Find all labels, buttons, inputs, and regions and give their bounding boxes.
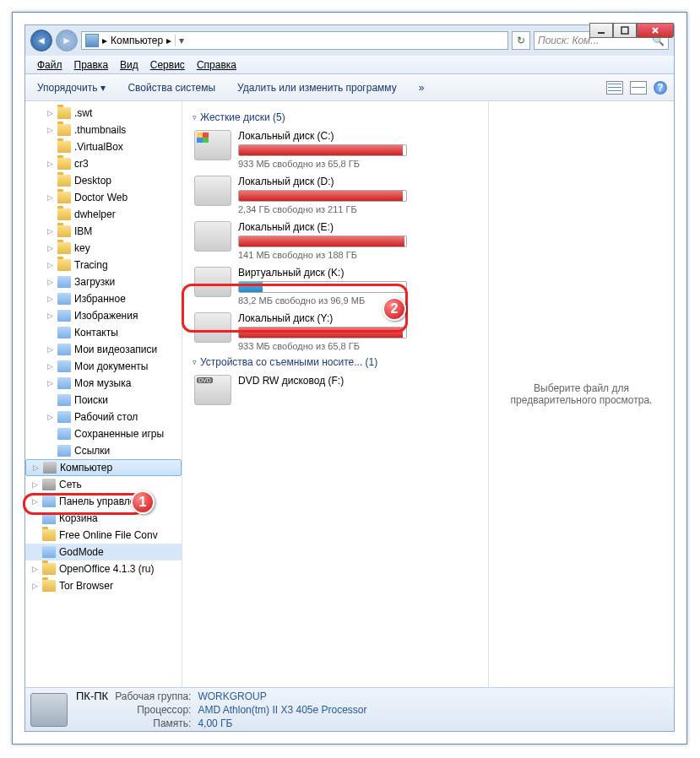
tree-label: Моя музыка — [74, 377, 131, 389]
tree-item-tracing[interactable]: ▷Tracing — [25, 257, 182, 273]
address-dropdown-icon[interactable]: ▾ — [175, 35, 187, 46]
tree-item-key[interactable]: ▷key — [25, 240, 182, 257]
tree-item-изображения[interactable]: ▷Изображения — [25, 307, 182, 324]
tree-item-панель-управления[interactable]: ▷Панель управления — [25, 493, 182, 510]
tree-label: .swt — [74, 107, 92, 119]
folder-icon — [57, 259, 71, 271]
menu-help[interactable]: Справка — [192, 57, 241, 73]
expand-icon[interactable]: ▷ — [47, 109, 56, 117]
expand-icon[interactable]: ▷ — [32, 582, 41, 590]
tree-item--virtualbox[interactable]: .VirtualBox — [25, 138, 182, 155]
content-pane[interactable]: ▿Жесткие диски (5) Локальный диск (C:)93… — [182, 101, 488, 687]
expand-icon[interactable]: ▷ — [47, 362, 56, 371]
expand-icon[interactable]: ▷ — [47, 278, 56, 286]
uninstall-button[interactable]: Удалить или изменить программу — [232, 79, 402, 96]
expand-icon[interactable]: ▷ — [47, 244, 56, 252]
minimize-button[interactable] — [589, 23, 613, 38]
drive-usage-bar — [238, 236, 407, 247]
expand-icon[interactable]: ▷ — [32, 497, 41, 506]
menu-edit[interactable]: Правка — [69, 57, 114, 73]
group-hard-disks[interactable]: ▿Жесткие диски (5) — [193, 111, 478, 123]
expand-icon[interactable]: ▷ — [47, 261, 56, 269]
organize-button[interactable]: Упорядочить ▾ — [32, 79, 111, 96]
drive-free-text: 83,2 МБ свободно из 96,9 МБ — [238, 295, 407, 306]
computer-name: ПК-ПК — [76, 690, 108, 702]
expand-icon[interactable]: ▷ — [47, 379, 56, 387]
drive-локальный-диск-d-[interactable]: Локальный диск (D:)2,34 ГБ свободно из 2… — [193, 174, 478, 216]
tree-item-сохраненные-игры[interactable]: Сохраненные игры — [25, 425, 182, 442]
drive-локальный-диск-y-[interactable]: Локальный диск (Y:)933 МБ свободно из 65… — [193, 311, 478, 353]
menu-view[interactable]: Вид — [115, 57, 144, 73]
tree-item-загрузки[interactable]: ▷Загрузки — [25, 273, 182, 290]
tree-item-free-online-file-conv[interactable]: Free Online File Conv — [25, 527, 182, 544]
back-button[interactable]: ◄ — [30, 30, 52, 51]
expand-icon[interactable]: ▷ — [32, 480, 41, 489]
tree-item-dwhelper[interactable]: dwhelper — [25, 206, 182, 223]
menu-tools[interactable]: Сервис — [145, 57, 190, 73]
tree-item-контакты[interactable]: Контакты — [25, 324, 182, 341]
tree-item-корзина[interactable]: Корзина — [25, 510, 182, 527]
address-bar[interactable]: ▸ Компьютер ▸ ▾ — [81, 31, 508, 50]
system-properties-button[interactable]: Свойства системы — [122, 79, 220, 96]
view-mode-button[interactable] — [606, 81, 623, 95]
tree-item-компьютер[interactable]: ▷Компьютер — [25, 459, 182, 476]
close-button[interactable] — [637, 23, 674, 38]
drive-free-text: 2,34 ГБ свободно из 211 ГБ — [238, 204, 407, 214]
expand-icon[interactable]: ▷ — [47, 311, 56, 320]
expand-icon[interactable]: ▷ — [32, 565, 41, 573]
navigation-tree[interactable]: ▷.swt▷.thumbnails.VirtualBox▷cr3Desktop▷… — [25, 101, 182, 687]
tree-item-ссылки[interactable]: Ссылки — [25, 442, 182, 459]
tree-item--thumbnails[interactable]: ▷.thumbnails — [25, 122, 182, 138]
tree-item-ibm[interactable]: ▷IBM — [25, 223, 182, 240]
help-icon[interactable]: ? — [654, 81, 667, 95]
tree-item-godmode[interactable]: GodMode — [25, 544, 182, 560]
hard-drive-icon — [194, 267, 231, 297]
drive-локальный-диск-e-[interactable]: Локальный диск (E:)141 МБ свободно из 18… — [193, 219, 478, 262]
tree-label: Изображения — [74, 310, 138, 322]
expand-icon[interactable]: ▷ — [47, 227, 56, 236]
tree-item-поиски[interactable]: Поиски — [25, 392, 182, 409]
tree-item-избранное[interactable]: ▷Избранное — [25, 290, 182, 307]
expand-icon[interactable]: ▷ — [47, 345, 56, 354]
navigation-row: ◄ ► ▸ Компьютер ▸ ▾ ↻ Поиск: Ком... 🔍 — [25, 25, 674, 56]
collapse-icon: ▿ — [193, 113, 197, 122]
tree-item-desktop[interactable]: Desktop — [25, 172, 182, 189]
tree-item-сеть[interactable]: ▷Сеть — [25, 476, 182, 493]
tree-label: Мои документы — [74, 360, 148, 372]
drive-локальный-диск-c-[interactable]: Локальный диск (C:)933 МБ свободно из 65… — [193, 128, 478, 171]
tree-item-мои-видеозаписи[interactable]: ▷Мои видеозаписи — [25, 341, 182, 358]
refresh-button[interactable]: ↻ — [512, 31, 530, 50]
tree-item-tor-browser[interactable]: ▷Tor Browser — [25, 577, 182, 594]
tree-label: Desktop — [74, 175, 111, 187]
expand-icon[interactable]: ▷ — [47, 126, 56, 134]
folder-icon — [57, 276, 71, 288]
drive-dvd[interactable]: DVD RW дисковод (F:) — [193, 373, 478, 407]
expand-icon[interactable]: ▷ — [47, 160, 56, 168]
tree-item-мои-документы[interactable]: ▷Мои документы — [25, 358, 182, 375]
titlebar-buttons — [589, 23, 674, 38]
tree-item-openoffice-4-1-3-ru-[interactable]: ▷OpenOffice 4.1.3 (ru) — [25, 560, 182, 577]
drive-виртуальный-диск-k-[interactable]: Виртуальный диск (K:)83,2 МБ свободно из… — [193, 265, 478, 307]
address-text: Компьютер — [111, 35, 163, 46]
expand-icon[interactable]: ▷ — [47, 413, 56, 421]
toolbar-overflow[interactable]: » — [414, 79, 430, 96]
tree-label: cr3 — [74, 158, 89, 170]
drive-usage-bar — [238, 281, 407, 293]
folder-icon — [57, 141, 71, 153]
callout-badge-2: 2 — [383, 297, 406, 321]
folder-icon — [57, 225, 71, 237]
tree-item-моя-музыка[interactable]: ▷Моя музыка — [25, 375, 182, 392]
preview-pane-button[interactable] — [630, 81, 647, 95]
hard-drive-icon — [194, 221, 231, 252]
tree-item-cr3[interactable]: ▷cr3 — [25, 155, 182, 172]
expand-icon[interactable]: ▷ — [47, 295, 56, 303]
menu-file[interactable]: Файл — [32, 57, 68, 73]
expand-icon[interactable]: ▷ — [33, 463, 41, 472]
group-removable[interactable]: ▿Устройства со съемными носите... (1) — [193, 356, 478, 368]
maximize-button[interactable] — [613, 23, 637, 38]
forward-button[interactable]: ► — [56, 30, 78, 51]
tree-item-рабочий-стол[interactable]: ▷Рабочий стол — [25, 409, 182, 425]
expand-icon[interactable]: ▷ — [47, 193, 56, 202]
tree-item-doctor-web[interactable]: ▷Doctor Web — [25, 189, 182, 206]
tree-item--swt[interactable]: ▷.swt — [25, 105, 182, 122]
